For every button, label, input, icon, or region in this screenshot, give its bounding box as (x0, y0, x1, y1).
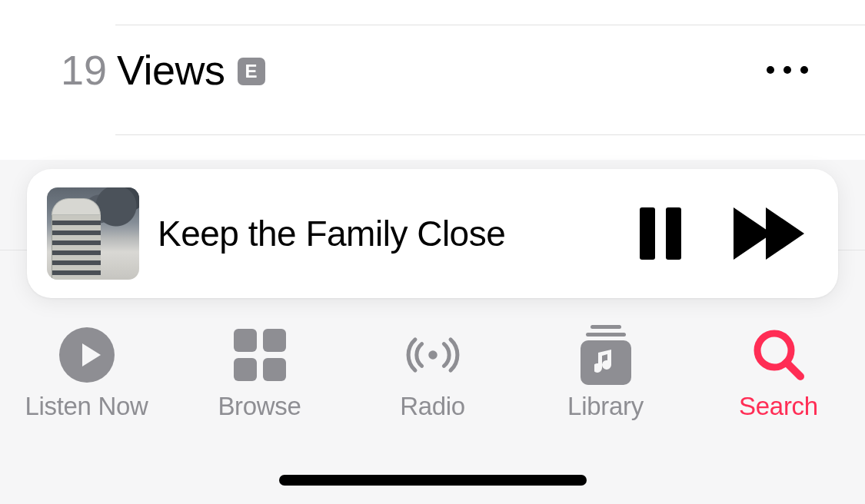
tab-label: Listen Now (25, 392, 148, 421)
divider (115, 134, 865, 135)
tab-radio[interactable]: Radio (346, 327, 519, 421)
track-row[interactable]: 19 Views E (0, 0, 865, 134)
svg-point-0 (428, 350, 437, 360)
tab-library[interactable]: Library (519, 327, 692, 421)
grid-icon (232, 327, 288, 383)
play-circle-icon (59, 327, 115, 383)
album-art (47, 187, 139, 280)
now-playing-bar[interactable]: Keep the Family Close (27, 169, 838, 298)
tab-bar: Listen Now Browse Radio (0, 323, 865, 446)
track-more-button[interactable] (767, 66, 813, 74)
tab-browse[interactable]: Browse (173, 327, 346, 421)
tab-label: Library (567, 392, 644, 421)
home-indicator[interactable] (279, 475, 587, 486)
now-playing-title: Keep the Family Close (158, 213, 640, 254)
tab-label: Browse (218, 392, 301, 421)
tab-label: Search (739, 392, 818, 421)
next-track-button[interactable] (734, 207, 804, 260)
explicit-badge: E (238, 58, 265, 85)
tab-search[interactable]: Search (692, 327, 865, 421)
radio-waves-icon (405, 327, 461, 383)
search-icon (751, 327, 807, 383)
track-title: Views (117, 46, 225, 94)
track-number: 19 (52, 46, 115, 94)
tab-listen-now[interactable]: Listen Now (0, 327, 173, 421)
svg-line-2 (787, 363, 800, 376)
tab-label: Radio (400, 392, 465, 421)
pause-button[interactable] (640, 207, 681, 260)
library-icon (578, 327, 634, 383)
